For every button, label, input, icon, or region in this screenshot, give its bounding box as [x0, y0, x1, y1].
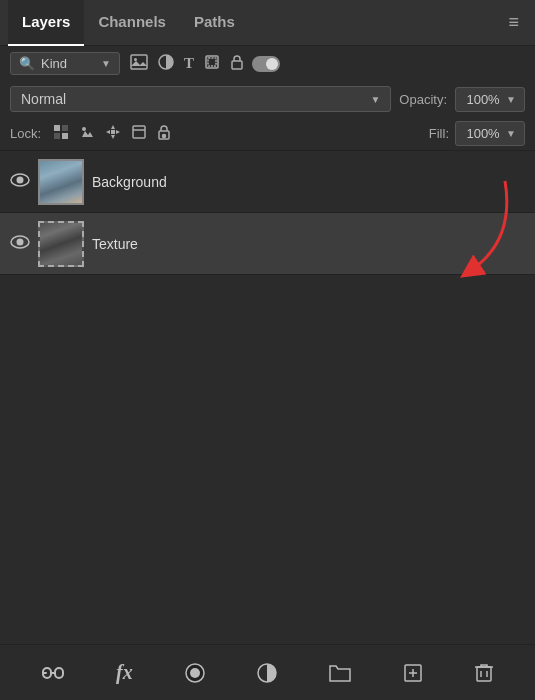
tab-bar: Layers Channels Paths ≡: [0, 0, 535, 46]
layer-visibility-icon-background[interactable]: [10, 173, 30, 191]
layer-item-texture[interactable]: Texture: [0, 213, 535, 275]
new-layer-icon[interactable]: [403, 663, 423, 683]
lock-all-icon[interactable]: [157, 124, 171, 143]
fill-select[interactable]: 100% ▼: [455, 121, 525, 146]
svg-marker-13: [111, 135, 115, 139]
svg-rect-8: [62, 125, 68, 131]
svg-point-1: [134, 58, 137, 61]
layer-name-texture: Texture: [92, 236, 525, 252]
bottom-toolbar: fx: [0, 644, 535, 700]
svg-point-24: [17, 238, 24, 245]
layer-visibility-icon-texture[interactable]: [10, 235, 30, 253]
kind-chevron-icon: ▼: [101, 58, 111, 69]
lock-icons: [53, 124, 171, 143]
lock-artboard-icon[interactable]: [131, 124, 147, 143]
lock-transparency-icon[interactable]: [53, 124, 69, 143]
layer-thumb-background: [38, 159, 84, 205]
filter-row: 🔍 Kind ▼ T: [0, 46, 535, 81]
lock-filter-icon[interactable]: [230, 54, 244, 74]
svg-rect-16: [111, 130, 115, 134]
panel-menu-button[interactable]: ≡: [500, 8, 527, 37]
svg-marker-14: [106, 130, 110, 134]
svg-point-29: [190, 668, 200, 678]
lock-move-icon[interactable]: [105, 124, 121, 143]
kind-label: Kind: [41, 56, 95, 71]
blend-chevron-icon: ▼: [370, 94, 380, 105]
blend-mode-row: Normal ▼ Opacity: 100% ▼: [0, 81, 535, 117]
svg-point-22: [17, 176, 24, 183]
svg-marker-2: [131, 61, 147, 66]
lock-label: Lock:: [10, 126, 41, 141]
add-mask-icon[interactable]: [185, 663, 205, 683]
opacity-value: 100%: [464, 92, 502, 107]
link-layers-icon[interactable]: [42, 665, 64, 681]
svg-rect-27: [55, 668, 63, 678]
svg-marker-15: [116, 130, 120, 134]
opacity-chevron-icon: ▼: [506, 94, 516, 105]
opacity-select[interactable]: 100% ▼: [455, 87, 525, 112]
search-icon: 🔍: [19, 56, 35, 71]
fill-group: Fill: 100% ▼: [429, 121, 525, 146]
tab-paths[interactable]: Paths: [180, 0, 249, 46]
layer-thumb-texture: [38, 221, 84, 267]
lock-image-icon[interactable]: [79, 124, 95, 143]
kind-filter-select[interactable]: 🔍 Kind ▼: [10, 52, 120, 75]
lock-row: Lock: Fill: 100% ▼: [0, 117, 535, 151]
svg-rect-7: [54, 125, 60, 131]
layer-fx-icon[interactable]: fx: [116, 661, 133, 684]
layers-panel: Layers Channels Paths ≡ 🔍 Kind ▼ T: [0, 0, 535, 700]
svg-rect-17: [133, 126, 145, 138]
layer-name-background: Background: [92, 174, 525, 190]
filter-toggle[interactable]: [252, 56, 280, 72]
svg-rect-5: [208, 58, 216, 66]
filter-icons: T: [130, 54, 244, 74]
svg-rect-0: [131, 55, 147, 69]
adjustment-layer-icon[interactable]: [257, 663, 277, 683]
opacity-label: Opacity:: [399, 92, 447, 107]
svg-rect-6: [232, 61, 242, 69]
svg-rect-34: [477, 667, 491, 681]
svg-marker-12: [111, 125, 115, 129]
blend-mode-label: Normal: [21, 91, 364, 107]
svg-rect-9: [54, 133, 60, 139]
adjustment-filter-icon[interactable]: [158, 54, 174, 74]
image-filter-icon[interactable]: [130, 54, 148, 74]
tab-channels[interactable]: Channels: [84, 0, 180, 46]
svg-point-20: [163, 135, 166, 138]
tab-layers[interactable]: Layers: [8, 0, 84, 46]
fill-value: 100%: [464, 126, 502, 141]
svg-rect-10: [62, 133, 68, 139]
svg-point-11: [82, 127, 86, 131]
delete-layer-icon[interactable]: [475, 663, 493, 683]
fill-chevron-icon: ▼: [506, 128, 516, 139]
layers-list: Background Texture: [0, 151, 535, 644]
transform-filter-icon[interactable]: [204, 54, 220, 74]
fill-label: Fill:: [429, 126, 449, 141]
new-group-icon[interactable]: [329, 664, 351, 682]
blend-mode-select[interactable]: Normal ▼: [10, 86, 391, 112]
text-filter-icon[interactable]: T: [184, 55, 194, 72]
layer-item-background[interactable]: Background: [0, 151, 535, 213]
